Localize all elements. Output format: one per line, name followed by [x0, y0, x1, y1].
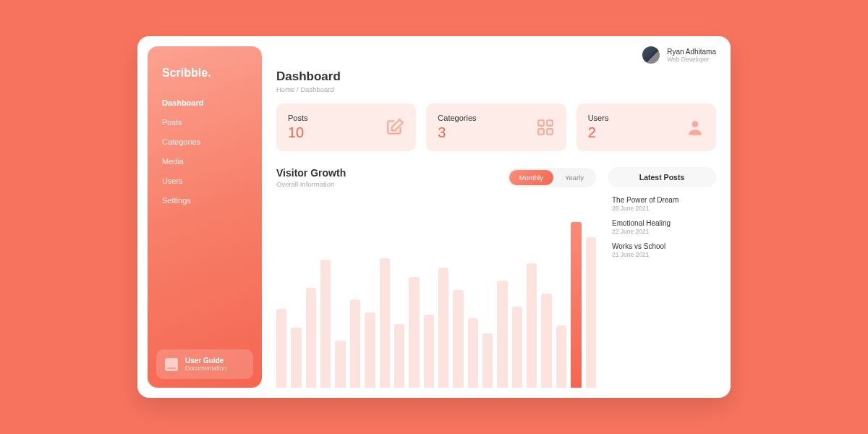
chart-bar: [453, 290, 463, 388]
chart-bar: [380, 258, 390, 388]
chart-bar: [365, 312, 375, 388]
visitor-growth-chart: [276, 200, 596, 388]
main-content: Ryan Adhitama Web Developer Dashboard Ho…: [272, 36, 731, 398]
sidebar: Scribble. Dashboard Posts Categories Med…: [148, 46, 262, 388]
topbar: Ryan Adhitama Web Developer: [276, 46, 716, 64]
card-posts-label: Posts: [288, 114, 308, 122]
latest-posts-list: The Power of Dream 28 June 2021 Emotiona…: [608, 196, 716, 258]
lower-row: Visitor Growth Overall Information Month…: [276, 167, 716, 388]
period-toggle: Monthly Yearly: [507, 168, 596, 187]
sidebar-item-settings[interactable]: Settings: [162, 196, 247, 205]
chart-bar: [556, 326, 566, 388]
chart-bar: [350, 299, 360, 388]
avatar[interactable]: [642, 46, 660, 64]
chart-bar: [482, 333, 493, 388]
sidebar-item-media[interactable]: Media: [162, 157, 247, 166]
card-users-label: Users: [588, 114, 609, 122]
card-users[interactable]: Users 2: [576, 103, 716, 151]
svg-rect-1: [547, 120, 553, 126]
chart-subtitle: Overall Information: [276, 180, 346, 188]
chart-bar: [571, 222, 581, 388]
chart-bar: [468, 318, 478, 388]
svg-rect-0: [538, 120, 544, 126]
latest-posts-heading: Latest Posts: [608, 167, 716, 187]
chart-bar: [394, 324, 404, 388]
book-icon: [165, 358, 178, 371]
chart-bar: [497, 281, 507, 388]
app-window: Scribble. Dashboard Posts Categories Med…: [137, 36, 731, 398]
svg-point-4: [692, 121, 699, 127]
chart-bar: [291, 328, 301, 388]
user-guide-card[interactable]: User Guide Documentation: [156, 349, 253, 379]
card-categories-value: 3: [438, 124, 476, 141]
sidebar-item-users[interactable]: Users: [162, 176, 247, 185]
latest-post-item[interactable]: Emotional Healing 22 June 2021: [612, 219, 712, 235]
user-role: Web Developer: [667, 56, 716, 63]
chart-bar: [276, 309, 286, 388]
page-title: Dashboard: [276, 69, 716, 84]
svg-rect-2: [538, 129, 544, 135]
user-icon: [686, 118, 705, 137]
user-guide-title: User Guide: [185, 357, 226, 365]
card-users-value: 2: [588, 124, 609, 141]
grid-icon: [536, 118, 555, 137]
card-posts[interactable]: Posts 10: [276, 103, 416, 151]
latest-posts-panel: Latest Posts The Power of Dream 28 June …: [608, 167, 716, 388]
svg-rect-3: [547, 129, 553, 135]
chart-bar: [512, 307, 522, 388]
latest-post-item[interactable]: The Power of Dream 28 June 2021: [612, 196, 712, 212]
sidebar-item-dashboard[interactable]: Dashboard: [162, 98, 247, 107]
chart-bar: [586, 237, 596, 388]
card-categories-label: Categories: [438, 114, 476, 122]
brand-logo: Scribble.: [148, 61, 262, 98]
sidebar-item-posts[interactable]: Posts: [162, 118, 247, 127]
sidebar-item-categories[interactable]: Categories: [162, 137, 247, 146]
chart-bar: [541, 294, 551, 388]
user-guide-subtitle: Documentation: [185, 365, 226, 372]
breadcrumb: Home / Dashboard: [276, 85, 716, 93]
edit-icon: [386, 118, 404, 137]
chart-title: Visitor Growth: [276, 167, 346, 179]
chart-bar: [424, 315, 434, 388]
summary-cards: Posts 10 Categories 3 Users 2: [276, 103, 716, 151]
chart-bar: [306, 288, 316, 388]
visitor-growth-panel: Visitor Growth Overall Information Month…: [276, 167, 596, 388]
sidebar-nav: Dashboard Posts Categories Media Users S…: [148, 98, 262, 349]
chart-bar: [527, 263, 537, 388]
user-name: Ryan Adhitama: [667, 48, 716, 56]
chart-bar: [409, 277, 419, 388]
chart-bar: [335, 341, 345, 388]
card-posts-value: 10: [288, 124, 308, 141]
toggle-yearly[interactable]: Yearly: [555, 170, 594, 185]
chart-bar: [320, 260, 331, 388]
toggle-monthly[interactable]: Monthly: [509, 170, 553, 185]
chart-bar: [438, 268, 448, 388]
card-categories[interactable]: Categories 3: [426, 103, 566, 151]
latest-post-item[interactable]: Works vs School 21 June 2021: [612, 242, 712, 258]
